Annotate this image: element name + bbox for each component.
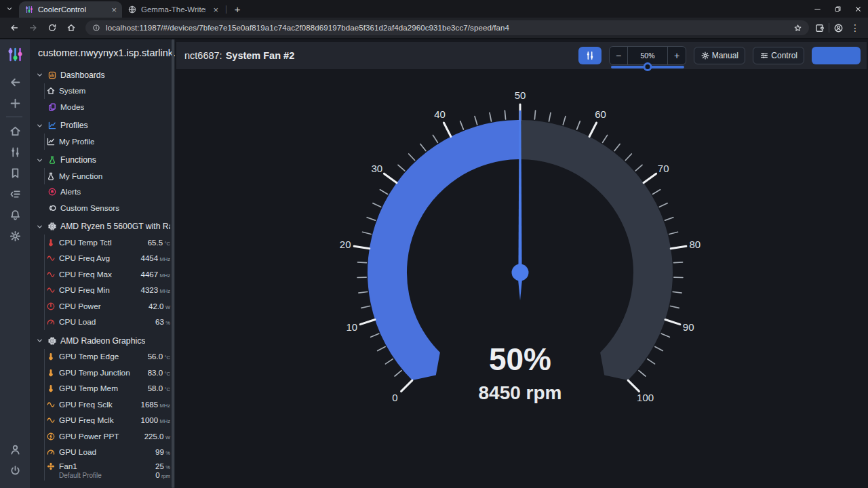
- duty-increase-button[interactable]: +: [667, 47, 686, 64]
- svg-text:60: 60: [595, 108, 606, 120]
- tab-close-icon[interactable]: ×: [213, 5, 218, 14]
- rail-home-button[interactable]: [6, 122, 24, 140]
- tree-group-amd-ryzen-5-5600gt-with-radeon-[interactable]: AMD Ryzen 5 5600GT with Radeon…: [35, 219, 170, 235]
- tree-item-gpu-power-ppt[interactable]: GPU Power PPT225.0W: [46, 428, 170, 445]
- tree-item-my-function[interactable]: My Function: [46, 168, 170, 184]
- chip-icon: [47, 222, 57, 231]
- manual-mode-button[interactable]: Manual: [694, 47, 745, 64]
- tree-item-cpu-temp-tctl[interactable]: CPU Temp Tctl65.5°C: [46, 235, 170, 251]
- tree-item-alerts[interactable]: Alerts: [35, 184, 170, 201]
- save-floppy-icon: [831, 51, 842, 61]
- window-minimize-button[interactable]: [807, 0, 827, 18]
- gauge-rpm-label: 8450 rpm: [479, 382, 562, 403]
- settings-icon: [9, 230, 22, 243]
- tab-separator: |: [225, 4, 227, 14]
- sliders-horizontal-icon: [760, 51, 769, 60]
- tree-group-dashboards[interactable]: Dashboards: [35, 67, 170, 83]
- page-title: nct6687: System Fan #2: [184, 50, 294, 61]
- tree-group-amd-radeon-graphics[interactable]: AMD Radeon Graphics: [35, 333, 170, 349]
- url-text[interactable]: localhost:11987/#/devices/7bfee7e15e0af8…: [106, 24, 788, 32]
- device-name: nct6687:: [184, 50, 222, 61]
- tab-search-button[interactable]: [0, 0, 19, 18]
- tab-coolercontrol[interactable]: CoolerControl ×: [19, 1, 122, 18]
- gauge-icon: [46, 447, 56, 457]
- tree-item-gpu-load[interactable]: GPU Load99%: [46, 445, 170, 461]
- rail-back-button[interactable]: [6, 73, 24, 91]
- tree-children: CPU Temp Tctl65.5°CCPU Freq Avg4454MHzCP…: [44, 235, 170, 330]
- rail-power-button[interactable]: [6, 462, 24, 479]
- rail-settings-button[interactable]: [6, 227, 24, 245]
- nav-back-button[interactable]: [5, 20, 23, 36]
- tree-item-gpu-temp-edge[interactable]: GPU Temp Edge56.0°C: [46, 349, 170, 365]
- svg-text:30: 30: [371, 163, 382, 174]
- wave-icon: [46, 415, 56, 425]
- sliders-icon: [585, 50, 595, 61]
- sidebar-scrollbar[interactable]: [172, 39, 174, 488]
- tree-item-gpu-temp-mem[interactable]: GPU Temp Mem58.0°C: [46, 381, 170, 397]
- sensor-value: 58.0°C: [148, 384, 170, 392]
- tree-group-functions[interactable]: Functions: [35, 152, 170, 169]
- tab-title: CoolerControl: [38, 5, 104, 14]
- tree-item-my-profile[interactable]: My Profile: [46, 134, 170, 150]
- wave-icon: [46, 400, 56, 409]
- rail-notifications-button[interactable]: [6, 206, 24, 224]
- tree-item-gpu-freq-mclk[interactable]: GPU Freq Mclk1000MHz: [46, 413, 170, 429]
- svg-text:90: 90: [683, 321, 694, 333]
- rail-tune-button[interactable]: [6, 143, 24, 161]
- browser-menu-icon[interactable]: ⋮: [848, 22, 863, 33]
- circles-icon: [47, 203, 57, 213]
- tab-close-icon[interactable]: ×: [111, 5, 117, 14]
- save-button[interactable]: [812, 47, 861, 64]
- duty-stepper: − 50% +: [609, 46, 686, 65]
- sensor-value: 4467MHz: [140, 270, 170, 279]
- duty-decrease-button[interactable]: −: [610, 47, 628, 64]
- tree-item-cpu-load[interactable]: CPU Load63%: [46, 314, 170, 331]
- sensor-value: 225.0W: [144, 432, 170, 441]
- hostname-header[interactable]: customer.nwyynyx1.isp.starlink.c: [30, 39, 175, 63]
- coolercontrol-app: customer.nwyynyx1.isp.starlink.c Dashboa…: [0, 38, 868, 488]
- channel-name: System Fan #2: [226, 50, 295, 61]
- tree-item-custom-sensors[interactable]: Custom Sensors: [35, 200, 170, 216]
- window-restore-button[interactable]: [827, 0, 848, 18]
- wave-icon: [46, 270, 56, 279]
- close-icon: [854, 5, 862, 13]
- extensions-icon[interactable]: [814, 23, 825, 33]
- rail-log-button[interactable]: [6, 185, 24, 203]
- sensor-value: 42.0W: [149, 302, 170, 310]
- profile-avatar-icon[interactable]: [833, 23, 844, 33]
- coolercontrol-logo-icon[interactable]: [7, 46, 24, 63]
- nav-forward-button[interactable]: [24, 20, 42, 36]
- nav-reload-button[interactable]: [43, 20, 61, 36]
- control-mode-button[interactable]: Control: [753, 47, 804, 64]
- tree-item-fan1[interactable]: Fan125%Default Profile0rpm: [46, 460, 170, 481]
- tree-item-gpu-freq-sclk[interactable]: GPU Freq Sclk1685MHz: [46, 396, 170, 413]
- tree-item-cpu-freq-avg[interactable]: CPU Freq Avg4454MHz: [46, 251, 170, 267]
- rail-add-button[interactable]: [6, 94, 24, 112]
- power-circle-icon: [46, 302, 56, 311]
- sensor-value: 1685MHz: [140, 401, 170, 409]
- window-close-button[interactable]: [848, 0, 868, 18]
- tree-item-cpu-freq-max[interactable]: CPU Freq Max4467MHz: [46, 266, 170, 283]
- log-icon: [9, 188, 22, 201]
- nav-home-button[interactable]: [62, 20, 80, 36]
- site-info-icon[interactable]: [92, 24, 100, 32]
- tree-item-cpu-freq-min[interactable]: CPU Freq Min4323MHz: [46, 283, 170, 299]
- tree-item-cpu-power[interactable]: CPU Power42.0W: [46, 298, 170, 314]
- views-toggle-button[interactable]: [578, 47, 601, 64]
- tree-item-modes[interactable]: Modes: [35, 99, 170, 115]
- flask-icon: [47, 155, 57, 165]
- sidebar: customer.nwyynyx1.isp.starlink.c Dashboa…: [30, 39, 175, 488]
- rail-bookmark-button[interactable]: [6, 164, 24, 182]
- device-tree: DashboardsSystemModesProfilesMy ProfileF…: [30, 63, 175, 481]
- sensor-value: 0rpm: [155, 471, 170, 479]
- sensor-value: 63%: [155, 318, 170, 326]
- toolbar-divider: [829, 23, 829, 33]
- tree-item-system[interactable]: System: [46, 83, 170, 100]
- rail-account-button[interactable]: [6, 441, 24, 458]
- tree-item-gpu-temp-junction[interactable]: GPU Temp Junction83.0°C: [46, 365, 170, 381]
- new-tab-button[interactable]: +: [229, 1, 246, 17]
- bookmark-star-icon[interactable]: [793, 24, 802, 33]
- address-bar[interactable]: localhost:11987/#/devices/7bfee7e15e0af8…: [85, 20, 809, 35]
- tab-gemma[interactable]: Gemma-The-Writer-J.C ×: [122, 1, 224, 18]
- tree-group-profiles[interactable]: Profiles: [35, 118, 170, 134]
